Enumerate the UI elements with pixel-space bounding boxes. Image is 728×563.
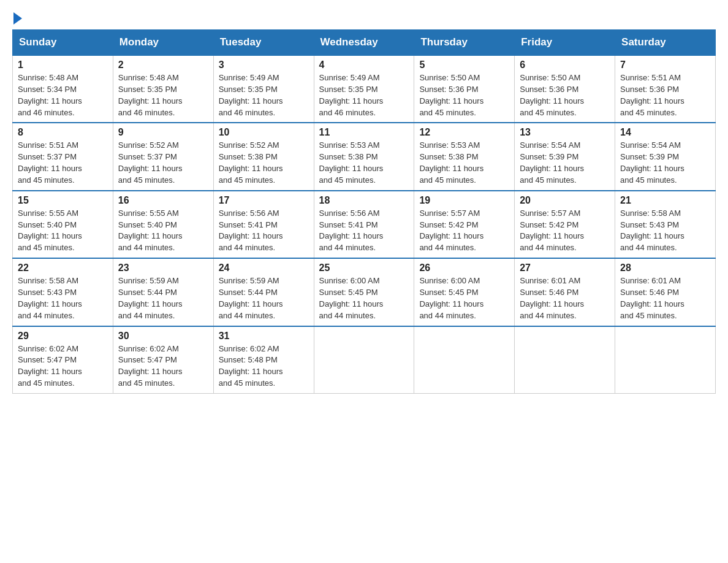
day-info: Sunrise: 5:52 AMSunset: 5:38 PMDaylight:… [219,140,309,186]
day-info: Sunrise: 5:58 AMSunset: 5:43 PMDaylight:… [620,208,710,254]
day-info: Sunrise: 5:52 AMSunset: 5:37 PMDaylight:… [118,140,208,186]
day-cell-10: 10Sunrise: 5:52 AMSunset: 5:38 PMDayligh… [213,123,314,190]
day-number: 24 [219,262,309,274]
day-info: Sunrise: 5:49 AMSunset: 5:35 PMDaylight:… [219,72,309,118]
day-info: Sunrise: 5:57 AMSunset: 5:42 PMDaylight:… [520,208,610,254]
day-cell-17: 17Sunrise: 5:56 AMSunset: 5:41 PMDayligh… [213,191,314,258]
day-info: Sunrise: 6:00 AMSunset: 5:45 PMDaylight:… [319,275,409,321]
day-cell-18: 18Sunrise: 5:56 AMSunset: 5:41 PMDayligh… [314,191,414,258]
day-info: Sunrise: 6:02 AMSunset: 5:47 PMDaylight:… [18,343,108,389]
day-cell-2: 2Sunrise: 5:48 AMSunset: 5:35 PMDaylight… [113,55,213,123]
header-sunday: Sunday [13,30,113,56]
day-info: Sunrise: 6:02 AMSunset: 5:48 PMDaylight:… [219,343,309,389]
day-cell-14: 14Sunrise: 5:54 AMSunset: 5:39 PMDayligh… [615,123,716,190]
day-cell-8: 8Sunrise: 5:51 AMSunset: 5:37 PMDaylight… [13,123,113,190]
header-thursday: Thursday [414,30,515,56]
day-number: 30 [118,331,208,342]
day-info: Sunrise: 5:48 AMSunset: 5:34 PMDaylight:… [18,72,108,118]
day-number: 29 [18,331,108,342]
day-number: 6 [520,59,610,71]
day-cell-29: 29Sunrise: 6:02 AMSunset: 5:47 PMDayligh… [13,326,113,394]
day-cell-12: 12Sunrise: 5:53 AMSunset: 5:38 PMDayligh… [414,123,515,190]
day-cell-15: 15Sunrise: 5:55 AMSunset: 5:40 PMDayligh… [13,191,113,258]
header-monday: Monday [113,30,213,56]
day-info: Sunrise: 5:59 AMSunset: 5:44 PMDaylight:… [118,275,208,321]
day-info: Sunrise: 5:54 AMSunset: 5:39 PMDaylight:… [520,140,610,186]
day-info: Sunrise: 6:02 AMSunset: 5:47 PMDaylight:… [118,343,208,389]
empty-cell [314,326,414,394]
day-cell-22: 22Sunrise: 5:58 AMSunset: 5:43 PMDayligh… [13,258,113,326]
day-info: Sunrise: 5:59 AMSunset: 5:44 PMDaylight:… [219,275,309,321]
day-number: 9 [118,127,208,138]
day-info: Sunrise: 5:51 AMSunset: 5:36 PMDaylight:… [620,72,710,118]
week-row-5: 29Sunrise: 6:02 AMSunset: 5:47 PMDayligh… [13,326,716,394]
week-row-2: 8Sunrise: 5:51 AMSunset: 5:37 PMDaylight… [13,123,716,190]
day-number: 13 [520,127,610,138]
day-number: 25 [319,262,409,274]
day-cell-1: 1Sunrise: 5:48 AMSunset: 5:34 PMDaylight… [13,55,113,123]
day-cell-24: 24Sunrise: 5:59 AMSunset: 5:44 PMDayligh… [213,258,314,326]
header-wednesday: Wednesday [314,30,414,56]
week-row-4: 22Sunrise: 5:58 AMSunset: 5:43 PMDayligh… [13,258,716,326]
day-info: Sunrise: 6:01 AMSunset: 5:46 PMDaylight:… [620,275,710,321]
day-number: 28 [620,262,710,274]
day-cell-6: 6Sunrise: 5:50 AMSunset: 5:36 PMDaylight… [515,55,615,123]
day-info: Sunrise: 5:50 AMSunset: 5:36 PMDaylight:… [520,72,610,118]
day-number: 1 [18,59,108,71]
day-cell-19: 19Sunrise: 5:57 AMSunset: 5:42 PMDayligh… [414,191,515,258]
day-info: Sunrise: 5:53 AMSunset: 5:38 PMDaylight:… [419,140,509,186]
week-row-3: 15Sunrise: 5:55 AMSunset: 5:40 PMDayligh… [13,191,716,258]
week-row-1: 1Sunrise: 5:48 AMSunset: 5:34 PMDaylight… [13,55,716,123]
day-info: Sunrise: 6:00 AMSunset: 5:45 PMDaylight:… [419,275,509,321]
day-number: 23 [118,262,208,274]
day-cell-30: 30Sunrise: 6:02 AMSunset: 5:47 PMDayligh… [113,326,213,394]
day-cell-27: 27Sunrise: 6:01 AMSunset: 5:46 PMDayligh… [515,258,615,326]
day-info: Sunrise: 6:01 AMSunset: 5:46 PMDaylight:… [520,275,610,321]
day-number: 2 [118,59,208,71]
empty-cell [515,326,615,394]
logo-text [12,12,22,25]
day-number: 7 [620,59,710,71]
day-number: 21 [620,195,710,206]
day-number: 8 [18,127,108,138]
day-number: 18 [319,195,409,206]
day-cell-23: 23Sunrise: 5:59 AMSunset: 5:44 PMDayligh… [113,258,213,326]
day-number: 16 [118,195,208,206]
day-number: 3 [219,59,309,71]
calendar-table: SundayMondayTuesdayWednesdayThursdayFrid… [12,29,716,394]
day-info: Sunrise: 5:50 AMSunset: 5:36 PMDaylight:… [419,72,509,118]
day-number: 11 [319,127,409,138]
day-cell-5: 5Sunrise: 5:50 AMSunset: 5:36 PMDaylight… [414,55,515,123]
day-number: 4 [319,59,409,71]
day-cell-25: 25Sunrise: 6:00 AMSunset: 5:45 PMDayligh… [314,258,414,326]
day-info: Sunrise: 5:56 AMSunset: 5:41 PMDaylight:… [219,208,309,254]
day-info: Sunrise: 5:49 AMSunset: 5:35 PMDaylight:… [319,72,409,118]
empty-cell [414,326,515,394]
day-cell-16: 16Sunrise: 5:55 AMSunset: 5:40 PMDayligh… [113,191,213,258]
header-tuesday: Tuesday [213,30,314,56]
day-number: 31 [219,331,309,342]
day-cell-13: 13Sunrise: 5:54 AMSunset: 5:39 PMDayligh… [515,123,615,190]
day-info: Sunrise: 5:57 AMSunset: 5:42 PMDaylight:… [419,208,509,254]
day-number: 12 [419,127,509,138]
day-number: 22 [18,262,108,274]
logo [12,12,22,23]
day-number: 27 [520,262,610,274]
day-number: 26 [419,262,509,274]
day-number: 5 [419,59,509,71]
day-number: 20 [520,195,610,206]
day-info: Sunrise: 5:53 AMSunset: 5:38 PMDaylight:… [319,140,409,186]
day-number: 17 [219,195,309,206]
day-cell-21: 21Sunrise: 5:58 AMSunset: 5:43 PMDayligh… [615,191,716,258]
day-cell-4: 4Sunrise: 5:49 AMSunset: 5:35 PMDaylight… [314,55,414,123]
day-number: 14 [620,127,710,138]
day-cell-20: 20Sunrise: 5:57 AMSunset: 5:42 PMDayligh… [515,191,615,258]
header-row: SundayMondayTuesdayWednesdayThursdayFrid… [13,30,716,56]
day-cell-11: 11Sunrise: 5:53 AMSunset: 5:38 PMDayligh… [314,123,414,190]
day-info: Sunrise: 5:51 AMSunset: 5:37 PMDaylight:… [18,140,108,186]
day-info: Sunrise: 5:58 AMSunset: 5:43 PMDaylight:… [18,275,108,321]
day-number: 19 [419,195,509,206]
day-info: Sunrise: 5:55 AMSunset: 5:40 PMDaylight:… [118,208,208,254]
day-cell-7: 7Sunrise: 5:51 AMSunset: 5:36 PMDaylight… [615,55,716,123]
day-number: 15 [18,195,108,206]
